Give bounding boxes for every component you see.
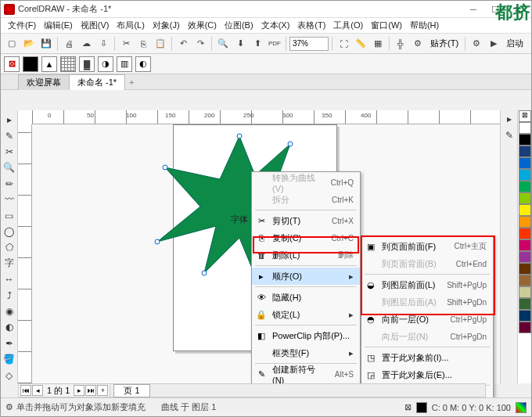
rectangle-tool[interactable]: ▭ [2,208,17,222]
copy-button[interactable]: ⎘ [135,36,151,52]
gear-icon[interactable]: ⚙ [5,402,13,412]
menu-text[interactable]: 文本(X) [257,20,294,31]
cloud-down-icon[interactable]: ⇩ [95,36,111,52]
palette-color[interactable] [519,228,531,239]
connector-tool[interactable]: ⤴ [2,288,17,302]
pdf-button[interactable]: PDF [267,36,282,52]
menu-item[interactable]: ◒到图层前面(L)Shift+PgUp [361,276,493,293]
menu-object[interactable]: 对象(J) [149,20,184,31]
undo-button[interactable]: ↶ [175,36,191,52]
eyedropper-tool[interactable]: ✒ [2,336,17,350]
page-tab[interactable]: 页 1 [113,384,149,397]
palette-color[interactable] [519,275,531,286]
next-page-button[interactable]: ▸ [74,385,84,396]
ruler-icon[interactable]: 📏 [353,36,368,52]
texture-icon[interactable]: ▓ [79,56,95,72]
zoom-tool[interactable]: 🔍 [2,160,17,174]
launch-icon[interactable]: ▶ [486,36,501,52]
palette-color[interactable] [519,263,531,275]
pick-tool[interactable]: ▸ [2,113,17,127]
artistic-tool[interactable]: 〰 [2,192,17,207]
menu-table[interactable]: 表格(T) [293,20,329,31]
fill-swatch[interactable] [416,402,427,413]
menu-item[interactable]: ⎘复制(C)Ctrl+C [252,229,360,246]
menu-item[interactable]: ✎创建新符号(N)Alt+S [252,365,360,383]
menu-view[interactable]: 视图(V) [77,20,113,31]
guides-icon[interactable]: ╬ [393,36,408,52]
new-tab-button[interactable]: + [124,77,138,87]
transparency-tool[interactable]: ◐ [2,320,17,334]
menu-item[interactable]: ✂剪切(T)Ctrl+X [252,212,360,229]
fill-icon[interactable]: ▲ [41,56,57,72]
palette-color[interactable] [519,122,531,134]
export-button[interactable]: ⬆ [250,36,265,52]
pattern-icon[interactable] [60,56,76,72]
palette-color[interactable] [519,310,531,322]
cloud-up-icon[interactable]: ☁ [78,36,94,52]
nofill-icon[interactable]: ⊠ [4,56,20,72]
first-page-button[interactable]: ⏮ [20,385,31,396]
menu-item[interactable]: ◲置于此对象后(E)... [361,366,493,383]
text-tool[interactable]: 字 [2,257,17,271]
menu-item[interactable]: 框类型(F)▸ [252,344,360,361]
redo-button[interactable]: ↷ [192,36,208,52]
welcome-tab[interactable]: 欢迎屏幕 [18,74,70,90]
polygon-tool[interactable]: ⬠ [2,240,17,254]
launch-label[interactable]: 启动 [503,38,527,49]
docker-icon[interactable]: ▸ [501,111,517,127]
settings-icon[interactable]: ⚙ [469,36,484,52]
palette-color[interactable] [519,192,531,204]
menu-item[interactable]: ▸顺序(O)▸ [252,268,360,285]
shape-tool[interactable]: ✎ [2,128,17,142]
grid-icon[interactable]: ▦ [370,36,386,52]
palette-color[interactable] [519,204,531,216]
menu-effect[interactable]: 效果(C) [184,20,221,31]
outline-icon[interactable]: ◑ [98,56,113,72]
new-button[interactable]: ▢ [4,36,20,52]
paste-button[interactable]: 📋 [153,36,168,52]
search-icon[interactable]: 🔍 [215,36,231,52]
palette-color[interactable] [519,298,531,310]
palette-color[interactable] [519,216,531,228]
outline-tool[interactable]: ◇ [2,368,17,383]
menu-item[interactable]: 🔒锁定(L)▸ [252,306,360,323]
palette-color[interactable] [519,146,531,157]
menu-file[interactable]: 文件(F) [4,20,40,31]
menu-edit[interactable]: 编辑(E) [40,20,77,31]
palette-color[interactable] [519,169,531,181]
print-button[interactable]: 🖨 [61,36,77,52]
menu-item[interactable]: ▣到页面前面(F)Ctrl+主页 [361,238,493,255]
import-button[interactable]: ⬇ [232,36,248,52]
palette-color[interactable] [519,322,531,333]
palette-color[interactable] [519,157,531,169]
palette-nofill[interactable]: ⊠ [519,110,531,122]
menu-bitmap[interactable]: 位图(B) [221,20,257,31]
palette-color[interactable] [519,181,531,192]
menu-item[interactable]: ◧PowerClip 内部(P)... [252,327,360,344]
doc-tab[interactable]: 未命名 -1* [69,74,125,90]
menu-item[interactable]: ◓向前一层(O)Ctrl+PgUp [361,311,493,328]
last-page-button[interactable]: ⏭ [85,385,96,396]
fullscreen-icon[interactable]: ⛶ [336,36,351,52]
minimize-button[interactable]: ─ [462,2,484,16]
ellipse-tool[interactable]: ◯ [2,225,17,239]
snap-label[interactable]: 贴齐(T) [427,38,462,49]
bitmap-fill-icon[interactable]: ▥ [117,56,132,72]
menu-item[interactable]: 🗑删除(L)删除 [252,246,360,264]
save-button[interactable]: 💾 [38,36,54,52]
options-button[interactable]: ⚙ [410,36,426,52]
menu-tools[interactable]: 工具(O) [329,20,367,31]
menu-item[interactable]: 👁隐藏(H) [252,289,360,306]
freehand-tool[interactable]: ✏ [2,177,17,191]
fill-tool[interactable]: 🪣 [2,352,17,366]
menu-item[interactable]: ◳置于此对象前(I)... [361,349,493,366]
palette-color[interactable] [519,239,531,251]
crop-tool[interactable]: ✂ [2,145,17,159]
dimension-tool[interactable]: ↔ [2,272,17,286]
palette-color[interactable] [519,134,531,146]
black-swatch[interactable] [23,56,38,72]
palette-color[interactable] [519,286,531,298]
palette-color[interactable] [519,251,531,263]
menu-window[interactable]: 窗口(W) [367,20,406,31]
menu-help[interactable]: 帮助(H) [406,20,443,31]
